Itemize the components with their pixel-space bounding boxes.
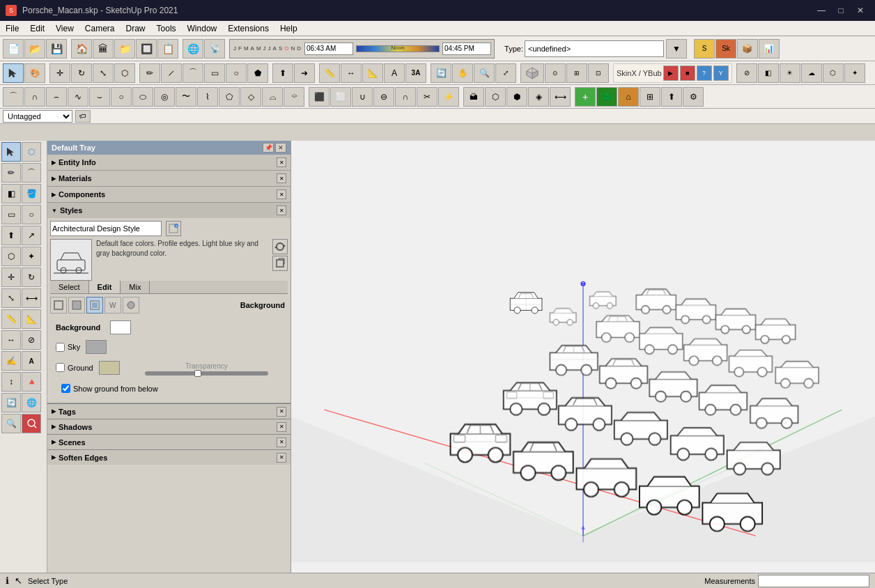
tool-text2[interactable]: ✍ [1, 351, 21, 371]
sandbox-stamp[interactable]: ⬡ [485, 87, 506, 107]
transparency-thumb[interactable] [194, 370, 201, 377]
tool-scale2[interactable]: ⤡ [1, 288, 21, 308]
styles-close[interactable]: ✕ [277, 206, 286, 215]
skinx-extra[interactable]: Y [713, 65, 729, 81]
menu-edit[interactable]: Edit [24, 22, 50, 35]
curve-shape1[interactable]: ⌔ [284, 87, 304, 107]
tool-freehand[interactable]: ↕ [1, 372, 21, 392]
tool-dimension2[interactable]: ↔ [1, 330, 21, 350]
maximize-button[interactable]: □ [832, 3, 850, 17]
tray-close-btn[interactable]: ✕ [275, 143, 286, 153]
tool-push[interactable]: ⬆ [272, 63, 293, 83]
tool-pan[interactable]: ✋ [452, 63, 473, 83]
tool-section[interactable]: ⊘ [736, 63, 757, 83]
tool-component-picker[interactable]: ⬡ [22, 142, 41, 162]
tool-edge[interactable]: ⬡ [823, 63, 844, 83]
curve-fillet[interactable]: ⌓ [262, 87, 283, 107]
tab-mix[interactable]: Mix [121, 281, 150, 293]
addon-roof[interactable]: ⌂ [618, 87, 639, 107]
sandbox-drape[interactable]: ⬢ [506, 87, 527, 107]
tool-layer[interactable]: ◧ [758, 63, 779, 83]
tool-polygon[interactable]: ⬟ [247, 63, 268, 83]
type-input[interactable] [525, 40, 664, 57]
sandbox-smoove[interactable]: 🏔 [463, 87, 484, 107]
toolbar-box[interactable]: 🔲 [136, 39, 157, 59]
tool-select2[interactable]: ⬡ [114, 63, 135, 83]
entity-info-close[interactable]: ✕ [277, 157, 286, 167]
tool-select[interactable] [3, 63, 24, 83]
tag-icon[interactable]: 🏷 [75, 110, 91, 123]
style-preview-thumbnail[interactable] [50, 239, 92, 281]
menu-view[interactable]: View [50, 22, 79, 35]
tool-eraser[interactable]: ✏ [139, 63, 160, 83]
toolbar-save[interactable]: 💾 [46, 39, 67, 59]
toolbar-ext3[interactable]: 📦 [737, 39, 758, 59]
skinx-help[interactable]: ? [697, 65, 712, 81]
sky-color-swatch[interactable] [86, 340, 107, 354]
tool-sandbox2[interactable]: 🔺 [22, 372, 41, 392]
sky-checkbox[interactable] [56, 343, 65, 352]
menu-draw[interactable]: Draw [121, 22, 151, 35]
view-front[interactable]: ⊞ [566, 63, 587, 83]
solid-union[interactable]: ∪ [352, 87, 373, 107]
toolbar-new[interactable]: 📄 [3, 39, 24, 59]
view-top[interactable]: ⊙ [545, 63, 566, 83]
menu-camera[interactable]: Camera [79, 22, 121, 35]
solid-cylinder[interactable]: ⬜ [330, 87, 351, 107]
styles-header[interactable]: ▼ Styles ✕ [47, 203, 291, 218]
curve-nurbs[interactable]: ◇ [240, 87, 261, 107]
tool-arrow[interactable] [1, 142, 21, 162]
tool-fog[interactable]: ☁ [801, 63, 822, 83]
materials-header[interactable]: ▶ Materials ✕ [47, 171, 291, 186]
tags-close[interactable]: ✕ [277, 407, 286, 417]
menu-help[interactable]: Help [274, 22, 303, 35]
close-button[interactable]: ✕ [851, 3, 869, 17]
tool-text[interactable]: A [384, 63, 405, 83]
show-ground-checkbox[interactable] [61, 384, 70, 393]
minimize-button[interactable]: — [812, 3, 830, 17]
section-tags[interactable]: ▶ Tags ✕ [47, 403, 291, 419]
section-scenes[interactable]: ▶ Scenes ✕ [47, 434, 291, 449]
curve-bezier[interactable]: ⌣ [89, 87, 110, 107]
toolbar-ext4[interactable]: 📊 [759, 39, 780, 59]
tool-zoomin[interactable]: 🔍 [1, 414, 21, 433]
curve-poly[interactable]: ⬠ [219, 87, 240, 107]
view-right[interactable]: ⊡ [588, 63, 609, 83]
tool-offset[interactable]: ⬡ [1, 247, 21, 266]
transparency-track[interactable] [145, 371, 268, 376]
tool-circle3[interactable]: ○ [22, 205, 41, 224]
addon-checker[interactable]: ⊞ [640, 87, 660, 107]
time-start-input[interactable] [304, 42, 353, 55]
tool-eraser2[interactable]: ◧ [1, 184, 21, 203]
curve-wave2[interactable]: ⌇ [197, 87, 218, 107]
solid-trim[interactable]: ✂ [417, 87, 438, 107]
curve-ellipse[interactable]: ⬭ [132, 87, 153, 107]
tool-rect2[interactable]: ▭ [1, 205, 21, 224]
tool-3dtext[interactable]: 3A [405, 63, 426, 83]
tool-pushpull[interactable]: ⬆ [1, 226, 21, 245]
entity-info-header[interactable]: ▶ Entity Info ✕ [47, 155, 291, 170]
toolbar-clipboard[interactable]: 📋 [157, 39, 178, 59]
tab-select[interactable]: Select [50, 281, 89, 293]
tool-xray[interactable]: ✦ [844, 63, 865, 83]
tool-globe2[interactable]: 🌐 [22, 393, 41, 412]
tool-follow[interactable]: ➜ [294, 63, 315, 83]
ground-color-swatch[interactable] [99, 361, 120, 375]
section-shadows[interactable]: ▶ Shadows ✕ [47, 419, 291, 434]
tool-orbit2[interactable]: 🔄 [1, 393, 21, 412]
ground-checkbox[interactable] [56, 363, 65, 372]
addon-upload[interactable]: ⬆ [661, 87, 682, 107]
tool-arc[interactable]: ⌒ [183, 63, 203, 83]
tool-circle[interactable]: ○ [226, 63, 247, 83]
tool-rect[interactable]: ▭ [204, 63, 225, 83]
curve-arc3[interactable]: ⌢ [46, 87, 67, 107]
tool-tape2[interactable]: 📏 [1, 309, 21, 329]
tool-rotate[interactable]: ↻ [71, 63, 92, 83]
skinx-btn1[interactable]: ▶ [663, 65, 679, 81]
sandbox-flip[interactable]: ⟷ [550, 87, 571, 107]
addon-tree[interactable]: 🌲 [596, 87, 617, 107]
edit-watermark-btn[interactable]: W [104, 297, 121, 314]
time-end-input[interactable] [442, 42, 491, 55]
solid-intersect[interactable]: ∩ [395, 87, 416, 107]
tool-move2[interactable]: ✛ [1, 268, 21, 287]
